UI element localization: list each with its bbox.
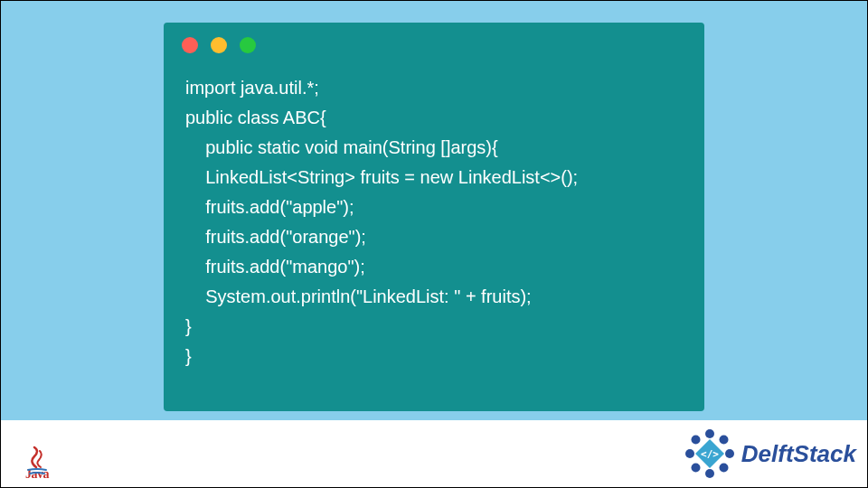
java-logo: Java — [12, 420, 62, 482]
minimize-dot — [211, 37, 227, 53]
delftstack-label: DelftStack — [741, 440, 856, 468]
svg-point-3 — [719, 464, 728, 473]
footer-strip: Java </> — [1, 420, 867, 487]
svg-point-7 — [691, 436, 700, 445]
svg-point-0 — [705, 429, 714, 438]
maximize-dot — [240, 37, 256, 53]
delftstack-logo: </> DelftStack — [684, 427, 856, 480]
svg-point-4 — [705, 469, 714, 478]
code-window: import java.util.*; public class ABC{ pu… — [164, 23, 704, 411]
svg-point-1 — [719, 436, 728, 445]
svg-point-5 — [691, 464, 700, 473]
close-dot — [182, 37, 198, 53]
code-block: import java.util.*; public class ABC{ pu… — [164, 62, 704, 371]
svg-text:</>: </> — [701, 448, 719, 460]
delftstack-emblem-icon: </> — [684, 427, 736, 480]
svg-point-2 — [725, 449, 734, 458]
traffic-lights — [164, 23, 704, 62]
svg-point-6 — [685, 449, 694, 458]
java-steam-icon — [24, 446, 51, 469]
